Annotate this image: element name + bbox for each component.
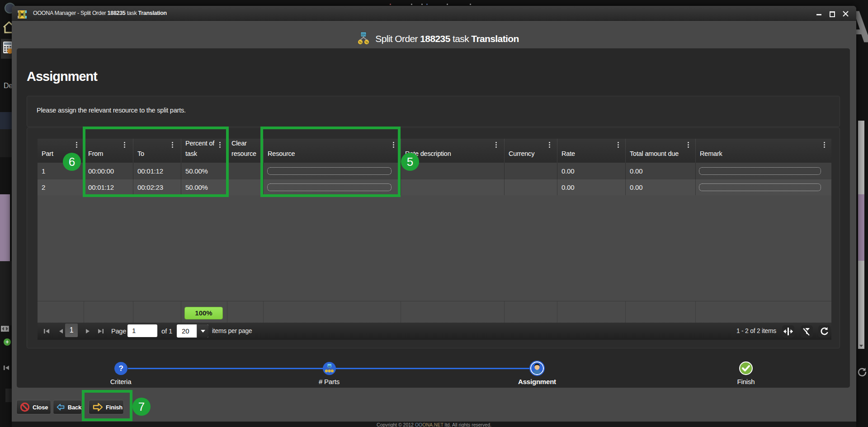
svg-text:%: % [359,41,362,44]
svg-text:%: % [365,41,368,44]
svg-text:100%: 100% [361,34,366,36]
